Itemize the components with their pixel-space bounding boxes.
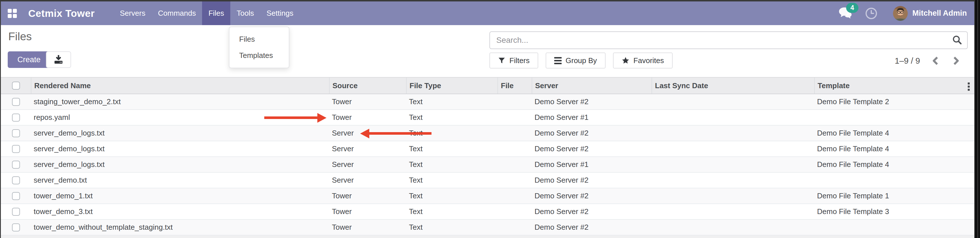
pager-range: 1–9 / 9 bbox=[895, 56, 920, 66]
main-menu: Servers Commands Files Tools Settings bbox=[114, 2, 300, 25]
table-row[interactable]: tower_demo_without_template_staging.txt … bbox=[1, 220, 974, 235]
red-arrow-left bbox=[360, 129, 431, 138]
column-header-server[interactable]: Server bbox=[532, 78, 652, 94]
table-row[interactable]: tower_demo_1.txt Tower Text Demo Server … bbox=[1, 188, 974, 204]
cell-server: Demo Server #2 bbox=[532, 207, 652, 216]
nav-item-files[interactable]: Files bbox=[202, 2, 230, 25]
user-menu[interactable]: Mitchell Admin bbox=[912, 9, 967, 18]
list-bottom-strip bbox=[1, 235, 974, 238]
cell-file-type: Text bbox=[406, 223, 498, 232]
cell-server: Demo Server #2 bbox=[532, 129, 652, 138]
cell-rendered-name: server_demo_logs.txt bbox=[31, 160, 329, 169]
table-row[interactable]: server_demo_logs.txt Server Text Demo Se… bbox=[1, 141, 974, 157]
search-submit-button[interactable] bbox=[947, 32, 967, 49]
table-row[interactable]: server_demo.txt Server Text Demo Server … bbox=[1, 173, 974, 188]
cell-source: Tower bbox=[329, 97, 406, 106]
group-by-button[interactable]: Group By bbox=[546, 52, 606, 68]
column-header-last-sync-date[interactable]: Last Sync Date bbox=[652, 78, 814, 94]
cell-template: Demo File Template 4 bbox=[814, 129, 974, 138]
column-header-template[interactable]: Template bbox=[814, 78, 974, 94]
create-button[interactable]: Create bbox=[8, 51, 50, 68]
search-bar bbox=[489, 32, 968, 49]
import-button[interactable] bbox=[46, 51, 71, 68]
screen-edge-right bbox=[974, 0, 980, 238]
row-checkbox[interactable] bbox=[12, 145, 20, 153]
column-header-source[interactable]: Source bbox=[329, 78, 406, 94]
cell-source: Tower bbox=[329, 113, 406, 122]
column-header-file-type[interactable]: File Type bbox=[406, 78, 498, 94]
app-window: Cetmix Tower Servers Commands Files Tool… bbox=[0, 0, 980, 238]
activities-icon[interactable] bbox=[865, 7, 878, 20]
star-icon bbox=[622, 57, 630, 65]
control-panel: Files Create Filters bbox=[1, 25, 974, 77]
nav-item-settings[interactable]: Settings bbox=[260, 2, 300, 25]
column-header-file[interactable]: File bbox=[498, 78, 532, 94]
chevron-left-icon bbox=[931, 56, 939, 66]
row-checkbox[interactable] bbox=[12, 176, 20, 184]
cell-server: Demo Server #2 bbox=[532, 144, 652, 153]
cell-template: Demo File Template 4 bbox=[814, 144, 974, 153]
column-header-rendered-name[interactable]: Rendered Name bbox=[31, 78, 329, 94]
app-brand[interactable]: Cetmix Tower bbox=[28, 8, 95, 19]
messages-count-badge: 4 bbox=[846, 3, 858, 13]
apps-menu-icon[interactable] bbox=[8, 9, 17, 18]
cell-source: Server bbox=[329, 160, 406, 169]
top-navbar: Cetmix Tower Servers Commands Files Tool… bbox=[1, 2, 974, 25]
cell-file-type: Text bbox=[406, 207, 498, 216]
select-all-checkbox[interactable] bbox=[12, 82, 20, 90]
filters-button[interactable]: Filters bbox=[489, 52, 538, 68]
group-by-icon bbox=[554, 57, 562, 64]
row-checkbox[interactable] bbox=[12, 98, 20, 106]
dropdown-item-files[interactable]: Files bbox=[229, 31, 289, 48]
cell-source: Tower bbox=[329, 192, 406, 200]
cell-file-type: Text bbox=[406, 97, 498, 106]
cell-rendered-name: tower_demo_3.txt bbox=[31, 207, 329, 216]
messages-icon[interactable]: 4 bbox=[839, 7, 853, 20]
search-icon bbox=[952, 35, 963, 46]
cell-rendered-name: tower_demo_without_template_staging.txt bbox=[31, 223, 329, 232]
table-row[interactable]: tower_demo_3.txt Tower Text Demo Server … bbox=[1, 204, 974, 220]
row-checkbox[interactable] bbox=[12, 192, 20, 200]
cell-rendered-name: server_demo.txt bbox=[31, 176, 329, 185]
user-avatar[interactable] bbox=[893, 6, 908, 21]
page-title: Files bbox=[8, 30, 32, 43]
systray: 4 bbox=[839, 6, 967, 21]
cell-rendered-name: tower_demo_1.txt bbox=[31, 192, 329, 200]
cell-template: Demo File Template 3 bbox=[814, 207, 974, 216]
row-checkbox[interactable] bbox=[12, 161, 20, 169]
table-row[interactable]: staging_tower_demo_2.txt Tower Text Demo… bbox=[1, 94, 974, 110]
search-input[interactable] bbox=[490, 32, 947, 49]
filter-funnel-icon bbox=[498, 57, 506, 64]
cell-rendered-name: staging_tower_demo_2.txt bbox=[31, 97, 329, 106]
cell-template: Demo File Template 1 bbox=[814, 192, 974, 200]
row-checkbox[interactable] bbox=[12, 208, 20, 216]
table-row[interactable]: repos.yaml Tower Text Demo Server #1 bbox=[1, 110, 974, 125]
cell-server: Demo Server #1 bbox=[532, 113, 652, 122]
nav-item-servers[interactable]: Servers bbox=[114, 2, 152, 25]
screen-edge-top bbox=[0, 0, 980, 2]
download-icon bbox=[54, 55, 64, 64]
pager-previous-button[interactable] bbox=[930, 55, 940, 67]
cell-source: Tower bbox=[329, 223, 406, 232]
group-by-label: Group By bbox=[566, 56, 597, 65]
dropdown-item-templates[interactable]: Templates bbox=[229, 48, 289, 63]
optional-columns-toggle-icon[interactable] bbox=[968, 83, 970, 91]
row-checkbox[interactable] bbox=[12, 129, 20, 137]
cell-file-type: Text bbox=[406, 144, 498, 153]
cell-rendered-name: server_demo_logs.txt bbox=[31, 144, 329, 153]
cell-server: Demo Server #2 bbox=[532, 223, 652, 232]
cell-file-type: Text bbox=[406, 113, 498, 122]
pager-next-button[interactable] bbox=[951, 55, 961, 67]
row-checkbox[interactable] bbox=[12, 224, 20, 232]
table-row[interactable]: server_demo_logs.txt Server Text Demo Se… bbox=[1, 157, 974, 173]
table-row[interactable]: server_demo_logs.txt Server Text Demo Se… bbox=[1, 125, 974, 141]
row-checkbox[interactable] bbox=[12, 114, 20, 122]
nav-item-tools[interactable]: Tools bbox=[230, 2, 260, 25]
red-arrow-right bbox=[264, 113, 327, 123]
cell-template: Demo File Template 4 bbox=[814, 160, 974, 169]
favorites-button[interactable]: Favorites bbox=[613, 52, 673, 68]
filter-bar: Filters Group By Favorites bbox=[489, 52, 673, 68]
pager: 1–9 / 9 bbox=[895, 55, 961, 67]
nav-item-commands[interactable]: Commands bbox=[151, 2, 202, 25]
cell-file-type: Text bbox=[406, 192, 498, 200]
